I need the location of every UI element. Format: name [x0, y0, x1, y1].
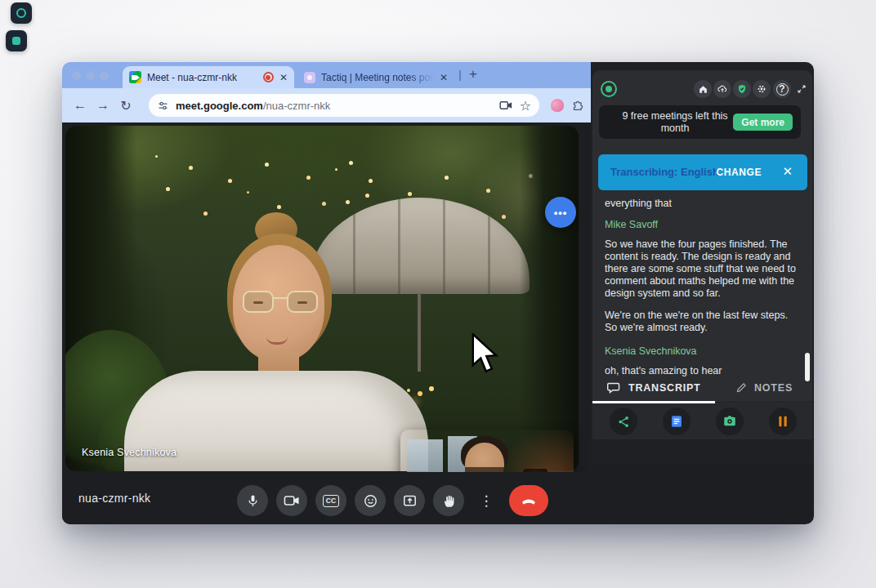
address-bar[interactable]: meet.google.com/nua-czmr-nkk ☆: [149, 94, 539, 117]
tab-separator: [459, 70, 461, 81]
sidebar-footer: [591, 439, 814, 464]
upload-button[interactable]: [713, 80, 731, 98]
cloud-upload-icon: [717, 83, 728, 95]
reload-button[interactable]: ↻: [114, 94, 137, 117]
quota-text: 9 free meetings left this month: [614, 110, 736, 135]
tactiq-tab-bar: TRANSCRIPT NOTES: [592, 378, 812, 403]
close-window-button[interactable]: [72, 71, 81, 80]
transcript-paragraph: So we have the four pages finished. The …: [605, 238, 799, 300]
screenshot-camera-icon: [722, 414, 737, 429]
screenshot-button[interactable]: [716, 408, 744, 435]
meet-control-bar: nua-czmr-nkk CC: [62, 472, 591, 524]
home-button[interactable]: [694, 80, 712, 98]
transcribing-banner: Transcribing: English CHANGE ✕: [598, 154, 807, 190]
camera-button[interactable]: [276, 485, 307, 516]
recorder-ring-icon: [16, 8, 26, 18]
captions-button[interactable]: CC: [315, 485, 346, 516]
help-button[interactable]: ?: [773, 80, 791, 98]
close-tab-icon[interactable]: ✕: [440, 72, 448, 83]
url-path: /nua-czmr-nkk: [263, 100, 330, 112]
raise-hand-button[interactable]: [433, 485, 464, 516]
share-icon: [617, 415, 631, 429]
tab-meet[interactable]: Meet - nua-czmr-nkk ✕: [123, 66, 294, 88]
recorder-widget-top[interactable]: [11, 2, 32, 24]
pause-transcript-button[interactable]: [769, 408, 797, 435]
quota-card: 9 free meetings left this month Get more: [599, 105, 801, 139]
expand-arrows-icon: [796, 83, 807, 95]
export-docs-button[interactable]: [663, 408, 691, 435]
string-lights: [155, 155, 158, 158]
new-tab-button[interactable]: +: [469, 66, 477, 82]
bookmark-star-icon[interactable]: ☆: [520, 98, 531, 114]
participant-ksenia: [114, 207, 409, 471]
mic-button[interactable]: [237, 485, 268, 516]
door-frame-right: [520, 126, 579, 471]
maximize-window-button[interactable]: [100, 71, 109, 80]
speaker-name: Ksenia Svechnikova: [605, 345, 697, 357]
privacy-button[interactable]: [733, 80, 751, 98]
browser-window: Meet - nua-czmr-nkk ✕ Tactiq | Meeting n…: [62, 62, 814, 524]
url-host: meet.google.com: [176, 100, 263, 112]
share-button[interactable]: [610, 408, 637, 435]
mouse-cursor: [471, 333, 502, 377]
tab-title: Tactiq | Meeting notes powe: [321, 72, 434, 83]
chat-dots-icon: •••: [554, 207, 568, 219]
extension-pink-icon[interactable]: [551, 99, 564, 112]
back-button[interactable]: ←: [69, 94, 92, 117]
minimize-window-button[interactable]: [86, 71, 95, 80]
reactions-button[interactable]: [355, 485, 386, 516]
tactiq-logo-icon: [601, 81, 617, 97]
google-docs-icon: [669, 414, 684, 429]
banner-close-icon[interactable]: ✕: [782, 164, 793, 179]
tab-notes[interactable]: NOTES: [735, 381, 793, 394]
end-call-icon: [520, 492, 538, 510]
transcribing-status: Transcribing: English: [610, 166, 719, 178]
pencil-icon: [735, 381, 748, 394]
tab-title: Meet - nua-czmr-nkk: [147, 72, 257, 83]
main-video-tile: Ksenia Svechnikova: [65, 126, 579, 471]
tab-transcript[interactable]: TRANSCRIPT: [607, 381, 701, 394]
help-icon: ?: [776, 83, 789, 96]
pause-icon: [777, 415, 789, 428]
extensions-puzzle-icon[interactable]: [571, 99, 585, 113]
collapse-panel-button[interactable]: [793, 80, 811, 98]
close-tab-icon[interactable]: ✕: [279, 72, 288, 83]
tactiq-action-bar: [592, 403, 812, 439]
present-icon: [402, 493, 418, 509]
tab-tactiq[interactable]: Tactiq | Meeting notes powe ✕: [297, 66, 454, 88]
hand-icon: [441, 493, 457, 509]
url-text: meet.google.com/nua-czmr-nkk: [176, 100, 493, 112]
recorder-widget-bottom[interactable]: [6, 30, 27, 51]
tab-capture-icon[interactable]: [499, 100, 513, 111]
tactiq-sidebar: ? 9 free meetings left this month Get mo…: [591, 62, 814, 464]
meeting-code: nua-czmr-nkk: [78, 492, 150, 505]
transcript-line: everything that: [605, 198, 799, 210]
captions-icon: CC: [323, 495, 339, 507]
tactiq-favicon-icon: [304, 72, 315, 83]
end-call-button[interactable]: [509, 485, 548, 516]
camera-icon: [284, 494, 300, 507]
emoji-icon: [363, 493, 378, 509]
main-participant-name: Ksenia Svechnikova: [82, 447, 177, 458]
site-info-icon[interactable]: [157, 100, 169, 112]
more-icon: ⋮: [480, 492, 494, 510]
settings-button[interactable]: [753, 80, 771, 98]
meet-favicon-icon: [129, 71, 141, 83]
recording-indicator-icon: [263, 72, 274, 82]
tactiq-panel: ? 9 free meetings left this month Get mo…: [592, 70, 812, 439]
change-language-button[interactable]: CHANGE: [716, 167, 762, 178]
get-more-button[interactable]: Get more: [733, 114, 793, 131]
speaker-name: Mike Savoff: [605, 219, 658, 230]
transcript-scrollbar[interactable]: [805, 353, 810, 381]
shield-check-icon: [736, 83, 748, 95]
recorder-stop-icon: [12, 37, 20, 45]
home-icon: [698, 84, 708, 95]
more-options-button[interactable]: ⋮: [471, 485, 502, 516]
transcript-bubble-icon: [607, 381, 622, 394]
present-button[interactable]: [394, 485, 425, 516]
transcript-line: oh, that's amazing to hear: [605, 365, 799, 377]
forward-button[interactable]: →: [92, 94, 114, 117]
chat-bubble-button[interactable]: •••: [545, 197, 576, 228]
gear-icon: [756, 83, 767, 95]
mic-icon: [245, 493, 261, 509]
